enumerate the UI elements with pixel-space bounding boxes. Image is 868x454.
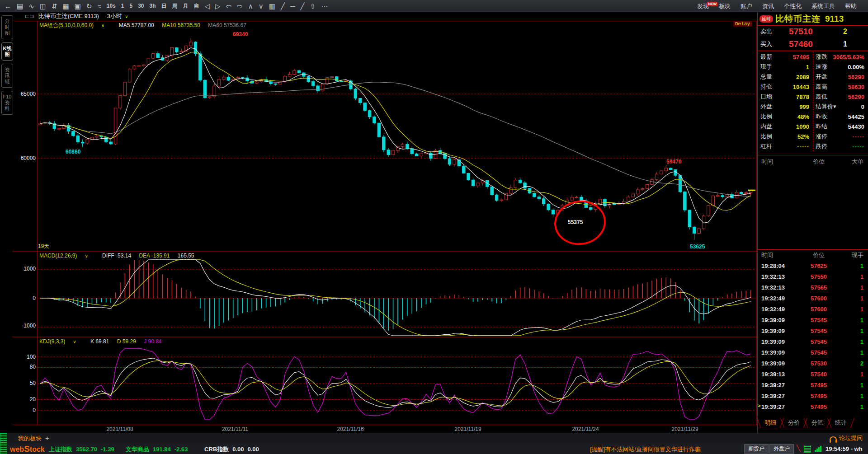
field-value: 0.00%: [827, 64, 864, 70]
button-期货户[interactable]: 期货户: [744, 444, 769, 454]
index-上证指数[interactable]: 上证指数3562.70-1.39: [49, 445, 114, 454]
save-icon[interactable]: ▣: [72, 0, 84, 12]
bid-row[interactable]: 买入 57460 1: [758, 38, 868, 51]
trade-time: 19:39:09: [761, 328, 797, 334]
trade-price: 57530: [797, 360, 840, 367]
sidebar-tab-资讯链[interactable]: 资讯链: [1, 64, 13, 88]
horizontal-line-icon[interactable]: ─: [288, 0, 298, 12]
sidebar-tab-F10资料[interactable]: F10资料: [1, 91, 13, 115]
quote-field-内盘: 内盘1090: [758, 122, 813, 131]
draw-line-icon[interactable]: ╱: [298, 0, 307, 12]
field-label: 涨跌: [816, 53, 827, 61]
trade-price: 57550: [797, 273, 840, 280]
trade-row[interactable]: 19:39:27574951: [758, 379, 868, 390]
market-status-icon: [804, 445, 811, 453]
quote-field-涨停: 涨停-----: [813, 132, 868, 140]
tab-分笔[interactable]: 分笔: [806, 418, 829, 428]
kline-chart-icon[interactable]: ◫: [37, 0, 49, 12]
period-30min-icon[interactable]: 30: [135, 0, 146, 12]
zoom-out-icon[interactable]: ∨: [256, 0, 266, 12]
period-custom-icon[interactable]: 自: [191, 0, 202, 12]
trade-time: 19:32:49: [761, 306, 797, 313]
contract-title[interactable]: 比特币主连(CME 9113): [38, 13, 99, 19]
period-week-icon[interactable]: 周: [170, 0, 180, 12]
send-up-icon[interactable]: ⇧: [307, 0, 319, 12]
ask-qty: 2: [822, 28, 868, 36]
trade-row[interactable]: 19:28:04576251: [758, 260, 868, 271]
trade-row[interactable]: 19:32:49576001: [758, 293, 868, 304]
menu-资讯[interactable]: 资讯: [757, 2, 779, 10]
field-value: 48%: [772, 113, 809, 120]
menu-板块[interactable]: 板块: [714, 2, 736, 10]
period-1min-icon[interactable]: 1: [118, 0, 127, 12]
trade-row[interactable]: 19:32:13575651: [758, 282, 868, 293]
scam-alert-text: [提醒]有不法网站/直播间假冒文华进行诈骗: [590, 445, 701, 454]
trade-row[interactable]: 19:39:27574951: [758, 390, 868, 401]
trades-table: 19:28:0457625119:32:1357550119:32:135756…: [758, 260, 868, 412]
timeline-chart-icon[interactable]: ∿: [26, 0, 37, 12]
quote-list-icon[interactable]: ▤: [14, 0, 26, 12]
queue-meter-icon: [0, 433, 7, 454]
menu-帮助[interactable]: 帮助: [840, 2, 862, 10]
webstock-logo: webStock: [10, 444, 45, 454]
tab-明细[interactable]: 明细: [759, 418, 782, 428]
compress-icon[interactable]: ◁: [202, 0, 213, 12]
tab-统计[interactable]: 统计: [829, 418, 853, 428]
trend-line-icon[interactable]: ╱: [278, 0, 288, 12]
board-view-icon[interactable]: ▦: [60, 0, 72, 12]
menu-账户[interactable]: 账户: [736, 2, 757, 10]
multi-compare-icon[interactable]: ⇵: [49, 0, 60, 12]
field-value: 58630: [827, 84, 864, 90]
quote-field-杠杆: 杠杆-----: [758, 142, 813, 150]
period-10s-icon[interactable]: 10s: [104, 0, 118, 12]
overlay-chart-icon[interactable]: ≈: [94, 0, 104, 12]
more-icon[interactable]: ⋯: [318, 0, 330, 12]
trade-row[interactable]: >19:39:27574951: [758, 401, 868, 412]
forum-link[interactable]: 论坛提问: [830, 434, 863, 442]
sidebar-tab-分时图[interactable]: 分时图: [1, 15, 13, 39]
index-CRB指数[interactable]: CRB指数0.000.00: [204, 445, 259, 454]
menu-系统工具[interactable]: 系统工具: [807, 2, 840, 10]
refresh-icon[interactable]: ↻: [84, 0, 95, 12]
trade-row[interactable]: 19:32:49576001: [758, 304, 868, 314]
tab-分价[interactable]: 分价: [782, 418, 806, 428]
trade-row[interactable]: 19:39:09575451: [758, 325, 868, 336]
quote-contract-code[interactable]: 9113: [825, 14, 844, 24]
trade-row[interactable]: 19:39:09575451: [758, 336, 868, 347]
trade-qty: 1: [840, 328, 863, 334]
menu-发现[interactable]: 发现NEW: [692, 2, 714, 10]
trade-row[interactable]: 19:39:09575451: [758, 347, 868, 358]
index-value: 191.84: [153, 446, 171, 453]
expand-icon[interactable]: ▷: [212, 0, 223, 12]
trade-row[interactable]: 19:39:09575451: [758, 314, 868, 325]
period-day-icon[interactable]: 日: [159, 0, 170, 12]
period-3h-icon[interactable]: 3h: [146, 0, 158, 12]
period-month-icon[interactable]: 月: [180, 0, 191, 12]
link-icon[interactable]: ⊏⊐: [25, 13, 34, 19]
button-外盘户[interactable]: 外盘户: [769, 444, 794, 454]
pan-right-icon[interactable]: ⇨: [234, 0, 245, 12]
trade-row[interactable]: 19:32:13575501: [758, 271, 868, 282]
trade-qty: 1: [840, 284, 863, 291]
add-board-button[interactable]: +: [45, 434, 49, 442]
period-5min-icon[interactable]: 5: [127, 0, 135, 12]
index-文华商品[interactable]: 文华商品191.84-2.63: [126, 445, 188, 454]
menu-个性化[interactable]: 个性化: [779, 2, 807, 10]
candlestick-chart[interactable]: [12, 21, 757, 425]
quote-contract-name[interactable]: 比特币主连: [775, 13, 821, 25]
date-label: 2021/11/11: [222, 426, 248, 432]
back-icon[interactable]: ←: [2, 0, 14, 12]
big-order-header: 时间价位大单: [758, 158, 868, 166]
quote-field-跌停: 跌停-----: [813, 142, 868, 150]
index-change: -2.63: [175, 446, 188, 453]
zoom-in-icon[interactable]: ∧: [245, 0, 256, 12]
trade-row[interactable]: 19:39:09575302: [758, 358, 868, 369]
period-label[interactable]: 3小时: [107, 13, 122, 19]
quote-field-比例: 比例48%: [758, 112, 813, 121]
pan-left-icon[interactable]: ⇦: [223, 0, 235, 12]
ask-row[interactable]: 卖出 57510 2: [758, 25, 868, 38]
trade-row[interactable]: 19:39:13575401: [758, 369, 868, 379]
layout-grid-icon[interactable]: ▥: [266, 0, 278, 12]
sidebar-tab-K线图[interactable]: K线图: [1, 42, 13, 61]
chevron-down-icon[interactable]: ∨: [125, 14, 128, 19]
